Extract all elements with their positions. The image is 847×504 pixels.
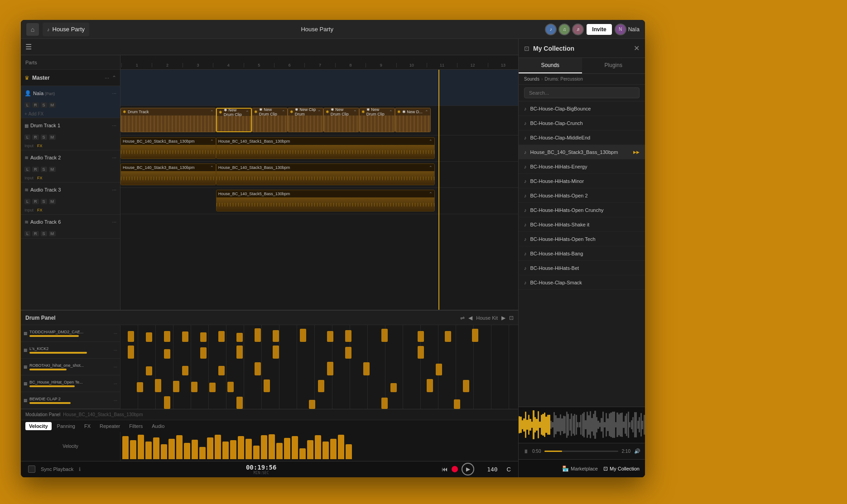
clip-expand2[interactable]: ⌃: [429, 139, 433, 144]
drum-track-menu[interactable]: ···: [114, 398, 117, 403]
drum-hit[interactable]: [273, 330, 279, 342]
clip-expand[interactable]: ⌃: [210, 110, 214, 114]
drum-hit[interactable]: [472, 329, 478, 342]
drum-hit[interactable]: [363, 362, 370, 375]
audio-clip[interactable]: House_BC_140_Stack1_Bass_130bpm⌃: [120, 137, 216, 159]
drum-hit[interactable]: [218, 366, 225, 375]
drum-hit[interactable]: [255, 362, 261, 375]
clip-expand[interactable]: ⌃: [282, 110, 285, 114]
drum-next-btn[interactable]: ▶: [501, 315, 505, 321]
audio2-L[interactable]: L: [24, 167, 30, 172]
mod-tab-panning[interactable]: Panning: [53, 422, 79, 430]
panel-tab-sounds[interactable]: Sounds: [519, 58, 582, 73]
sound-item[interactable]: ♪ BC-House-HiHats-Open Crunchy: [519, 203, 645, 217]
drum-hit[interactable]: [445, 331, 451, 342]
drum-hit[interactable]: [227, 382, 234, 392]
drum-hit[interactable]: [345, 330, 351, 342]
sound-item[interactable]: ♪ BC-House-HiHats-Shake it: [519, 217, 645, 232]
drum1-menu[interactable]: ···: [112, 123, 116, 128]
clip-expand2[interactable]: ⌃: [210, 165, 214, 170]
mod-tab-audio[interactable]: Audio: [148, 422, 168, 430]
drum-hit[interactable]: [128, 331, 134, 342]
drum-hit[interactable]: [236, 333, 243, 342]
drum-hit[interactable]: [236, 346, 243, 359]
audio2-S[interactable]: S: [41, 167, 47, 172]
drum-hit[interactable]: [300, 329, 306, 342]
drum-hit[interactable]: [164, 349, 170, 359]
drum-hit[interactable]: [327, 362, 333, 375]
mod-tab-velocity[interactable]: Velocity: [25, 422, 52, 430]
sound-item[interactable]: ♪ BC-House-Clap-MiddleEnd: [519, 130, 645, 145]
drum-track-menu[interactable]: ···: [114, 348, 117, 353]
clip-expand2[interactable]: ⌃: [210, 139, 214, 144]
audio6-L[interactable]: L: [24, 231, 30, 236]
panel-tab-plugins[interactable]: Plugins: [582, 58, 645, 73]
drum-clip[interactable]: ✱Drum Track⌃: [120, 108, 216, 132]
sync-checkbox[interactable]: [28, 466, 35, 473]
clip-expand2[interactable]: ⌃: [429, 192, 433, 196]
drum-track-menu[interactable]: ···: [114, 365, 117, 370]
bottom-nav-item-marketplace[interactable]: 🏪Marketplace: [562, 466, 598, 472]
search-input[interactable]: [524, 87, 640, 98]
sound-item[interactable]: ♪ BC-House-HiHats-Bang: [519, 246, 645, 261]
drum-hit[interactable]: [309, 400, 315, 409]
audio6-S[interactable]: S: [41, 231, 47, 236]
drum-hit[interactable]: [164, 396, 170, 409]
drum-hit[interactable]: [454, 399, 460, 409]
audio6-menu[interactable]: ···: [112, 219, 116, 225]
audio3-M[interactable]: M: [49, 199, 56, 204]
audio3-R[interactable]: R: [32, 199, 39, 204]
drum-hit[interactable]: [200, 332, 207, 342]
volume-icon[interactable]: 🔊: [634, 448, 640, 454]
audio6-R[interactable]: R: [32, 231, 39, 236]
audio-clip[interactable]: House_BC_140_Stack3_Bass_130bpm⌃: [216, 163, 435, 185]
play-button[interactable]: ▶: [462, 463, 474, 475]
drum-clip[interactable]: ✱✱ New Clip Drum⌃: [288, 108, 323, 132]
drum-hit[interactable]: [200, 347, 207, 359]
project-tab[interactable]: ♪ House Party: [43, 23, 89, 36]
drum-hit[interactable]: [128, 346, 134, 359]
drum-hit[interactable]: [191, 382, 197, 392]
sound-item[interactable]: ♪ BC-House-HiHats-Bet: [519, 261, 645, 275]
sound-item[interactable]: ♪ BC-House-HiHats-Open 2: [519, 188, 645, 203]
panel-close-btn[interactable]: ✕: [634, 44, 640, 53]
invite-button[interactable]: Invite: [587, 24, 611, 35]
audio3-L[interactable]: L: [24, 199, 30, 204]
drum-clip[interactable]: ✱✱ New Drum Clip⌃: [359, 108, 395, 132]
audio3-S[interactable]: S: [41, 199, 47, 204]
drum-hit[interactable]: [255, 328, 261, 342]
drum-prev-btn[interactable]: ◀: [468, 315, 472, 321]
drum-hit[interactable]: [381, 398, 388, 409]
drum-hit[interactable]: [264, 379, 270, 392]
sound-item[interactable]: ♪ BC-House-HiHats-Open Tech: [519, 232, 645, 246]
audio6-M[interactable]: M: [49, 231, 56, 236]
drum-hit[interactable]: [390, 383, 397, 392]
clip-expand[interactable]: ⌃: [318, 110, 321, 114]
drum-hit[interactable]: [182, 366, 188, 375]
drum1-S[interactable]: S: [41, 134, 47, 140]
add-fx-naia[interactable]: +Add FX: [21, 110, 120, 118]
audio3-menu[interactable]: ···: [112, 187, 116, 192]
drum-hit[interactable]: [463, 380, 469, 392]
drum-hit[interactable]: [318, 380, 324, 392]
clip-expand[interactable]: ⌃: [425, 110, 428, 114]
naia-menu[interactable]: ···: [112, 91, 116, 96]
drum-hit[interactable]: [345, 347, 351, 359]
drum-hit[interactable]: [218, 331, 225, 342]
naia-L[interactable]: L: [24, 102, 30, 108]
drum-hit[interactable]: [381, 329, 388, 342]
drum-hit[interactable]: [273, 346, 279, 359]
drum-shuffle-icon[interactable]: ⇌: [460, 315, 465, 321]
drum-track-menu[interactable]: ···: [114, 381, 117, 386]
bottom-nav-item-mycollection[interactable]: ⊡My Collection: [603, 466, 640, 472]
menu-icon[interactable]: ☰: [25, 43, 32, 51]
home-button[interactable]: ⌂: [26, 23, 39, 36]
drum-hit[interactable]: [155, 379, 161, 392]
drum-hit[interactable]: [173, 381, 179, 392]
drum-track-menu[interactable]: ···: [114, 331, 117, 336]
clip-expand[interactable]: ⌃: [389, 110, 393, 114]
sound-item[interactable]: ♪ BC-House-Clap-Crunch: [519, 116, 645, 130]
drum1-M[interactable]: M: [49, 134, 56, 140]
audio-clip[interactable]: House_BC_140_Stack1_Bass_130bpm⌃: [216, 137, 435, 159]
sound-item[interactable]: ♪ BC-House-Clap-Smack: [519, 275, 645, 290]
